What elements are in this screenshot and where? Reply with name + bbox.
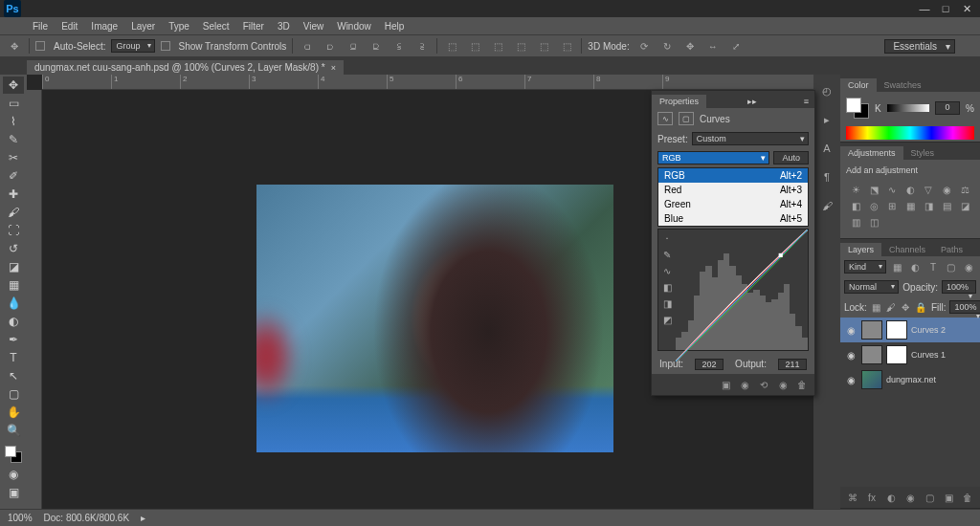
adj-thumb[interactable] [861, 320, 882, 340]
doc-size[interactable]: Doc: 800.6K/800.6K [44, 513, 130, 523]
shape-tool[interactable]: ▢ [3, 385, 24, 403]
preset-select[interactable]: Custom [692, 132, 809, 145]
channels-tab[interactable]: Channels [881, 243, 933, 256]
blend-mode-select[interactable]: Normal [844, 280, 899, 294]
3d-slide-icon[interactable]: ↔ [704, 38, 722, 54]
menu-type[interactable]: Type [163, 21, 195, 32]
align-right-icon[interactable]: ⫑ [345, 38, 362, 54]
lock-transparency-icon[interactable]: ▦ [871, 299, 881, 315]
auto-select-checkbox[interactable] [35, 41, 45, 51]
ruler-vertical[interactable] [27, 90, 42, 509]
spectrum-bar[interactable] [846, 126, 974, 140]
lock-pixels-icon[interactable]: 🖌 [885, 299, 897, 315]
delete-layer-icon[interactable]: 🗑 [961, 491, 974, 504]
color-tab[interactable]: Color [840, 78, 877, 92]
adj-thumb[interactable] [861, 345, 882, 364]
filter-adj-icon[interactable]: ◐ [908, 259, 923, 274]
align-center-h-icon[interactable]: ⫐ [322, 38, 339, 54]
marquee-tool[interactable]: ▭ [3, 95, 24, 112]
adj-colorbal-icon[interactable]: ⚖ [957, 183, 972, 196]
reset-icon[interactable]: ⟲ [757, 378, 770, 391]
menu-image[interactable]: Image [85, 21, 123, 32]
brush-tool[interactable]: 🖌 [3, 204, 24, 221]
3d-pan-icon[interactable]: ✥ [681, 38, 699, 54]
hand-tool[interactable]: ✋ [3, 404, 24, 421]
menu-layer[interactable]: Layer [125, 21, 161, 32]
blur-tool[interactable]: 💧 [3, 295, 24, 312]
history-brush-tool[interactable]: ↺ [3, 240, 24, 257]
delete-adj-icon[interactable]: 🗑 [795, 378, 809, 391]
menu-3d[interactable]: 3D [272, 21, 296, 32]
3d-roll-icon[interactable]: ↻ [658, 38, 676, 54]
align-top-icon[interactable]: ⫒ [368, 38, 385, 54]
workspace-select[interactable]: Essentials [884, 39, 955, 54]
menu-window[interactable]: Window [331, 21, 377, 32]
channel-option-blue[interactable]: BlueAlt+5 [658, 211, 808, 226]
adj-channel-mixer-icon[interactable]: ⊞ [884, 199, 900, 212]
toggle-visibility-icon[interactable]: ◉ [776, 378, 790, 391]
character-panel-icon[interactable]: A [818, 140, 835, 157]
distribute-1-icon[interactable]: ⬚ [443, 38, 460, 54]
layer-filter-kind[interactable]: Kind [844, 260, 886, 274]
gray-point-icon[interactable]: ◨ [663, 298, 672, 309]
curve-draw-tool-icon[interactable]: ✎ [663, 250, 671, 260]
panel-options-icon[interactable]: ≡ [798, 95, 814, 108]
adj-posterize-icon[interactable]: ▤ [939, 199, 954, 212]
screen-mode-toggle[interactable]: ▣ [3, 484, 24, 501]
adj-invert-icon[interactable]: ◨ [921, 199, 936, 212]
adj-brightness-icon[interactable]: ☀ [848, 183, 863, 196]
fill-input[interactable]: 100% [949, 300, 980, 314]
layer-mask-icon[interactable]: ◐ [884, 491, 898, 504]
pen-tool[interactable]: ✒ [3, 331, 24, 348]
eraser-tool[interactable]: ◪ [3, 258, 24, 275]
view-previous-icon[interactable]: ◉ [738, 378, 751, 391]
layer-row[interactable]: ◉ dungmax.net [840, 367, 980, 392]
k-slider[interactable] [887, 104, 929, 112]
properties-panel[interactable]: Properties ▸▸ ≡ ∿ ▢ Curves Preset: Custo… [651, 90, 815, 396]
auto-select-target[interactable]: Group [111, 39, 154, 53]
clip-to-layer-icon[interactable]: ▣ [719, 378, 732, 391]
adj-bw-icon[interactable]: ◧ [848, 199, 863, 212]
minimize-button[interactable]: — [919, 3, 930, 15]
path-select-tool[interactable]: ↖ [3, 367, 24, 384]
zoom-level[interactable]: 100% [8, 513, 33, 523]
layer-row[interactable]: ◉ Curves 2 [840, 318, 980, 342]
distribute-4-icon[interactable]: ⬚ [512, 38, 529, 54]
adj-levels-icon[interactable]: ⬔ [866, 183, 881, 196]
swatches-tab[interactable]: Swatches [877, 78, 929, 92]
menu-select[interactable]: Select [197, 21, 235, 32]
layer-style-icon[interactable]: fx [865, 491, 879, 504]
quick-select-tool[interactable]: ✎ [3, 131, 24, 148]
3d-orbit-icon[interactable]: ⟳ [635, 38, 653, 54]
lock-position-icon[interactable]: ✥ [901, 299, 910, 315]
menu-view[interactable]: View [298, 21, 330, 32]
move-tool-preset-icon[interactable]: ✥ [6, 38, 23, 54]
distribute-5-icon[interactable]: ⬚ [535, 38, 552, 54]
zoom-tool[interactable]: 🔍 [3, 422, 24, 439]
lock-all-icon[interactable]: 🔒 [914, 299, 927, 315]
adj-threshold-icon[interactable]: ◪ [957, 199, 972, 212]
adj-vibrance-icon[interactable]: ▽ [921, 183, 936, 196]
styles-tab[interactable]: Styles [903, 146, 943, 160]
paragraph-panel-icon[interactable]: ¶ [818, 168, 835, 186]
distribute-6-icon[interactable]: ⬚ [558, 38, 575, 54]
visibility-toggle[interactable]: ◉ [844, 323, 858, 337]
curves-adj-icon[interactable]: ∿ [657, 112, 673, 125]
menu-edit[interactable]: Edit [56, 21, 83, 32]
lasso-tool[interactable]: ⌇ [3, 113, 24, 130]
channel-option-rgb[interactable]: RGBAlt+2 [658, 168, 808, 183]
layer-name[interactable]: dungmax.net [886, 375, 936, 384]
link-layers-icon[interactable]: ⌘ [846, 491, 859, 504]
curve-point-tool-icon[interactable]: ⬝ [664, 233, 670, 244]
adj-curves-icon[interactable]: ∿ [884, 183, 900, 196]
ruler-horizontal[interactable]: 0123456789 [42, 75, 813, 90]
show-transform-checkbox[interactable] [161, 41, 170, 51]
white-point-icon[interactable]: ◩ [663, 315, 672, 325]
visibility-toggle[interactable]: ◉ [844, 373, 858, 386]
brush-panel-icon[interactable]: 🖌 [818, 197, 835, 214]
layer-name[interactable]: Curves 2 [911, 325, 946, 335]
eyedropper-tool[interactable]: ✐ [3, 167, 24, 185]
document-tab[interactable]: dungmax.net cuu-sang-anh.psd @ 100% (Cur… [27, 60, 344, 75]
menu-filter[interactable]: Filter [237, 21, 270, 32]
channel-option-green[interactable]: GreenAlt+4 [658, 197, 808, 211]
